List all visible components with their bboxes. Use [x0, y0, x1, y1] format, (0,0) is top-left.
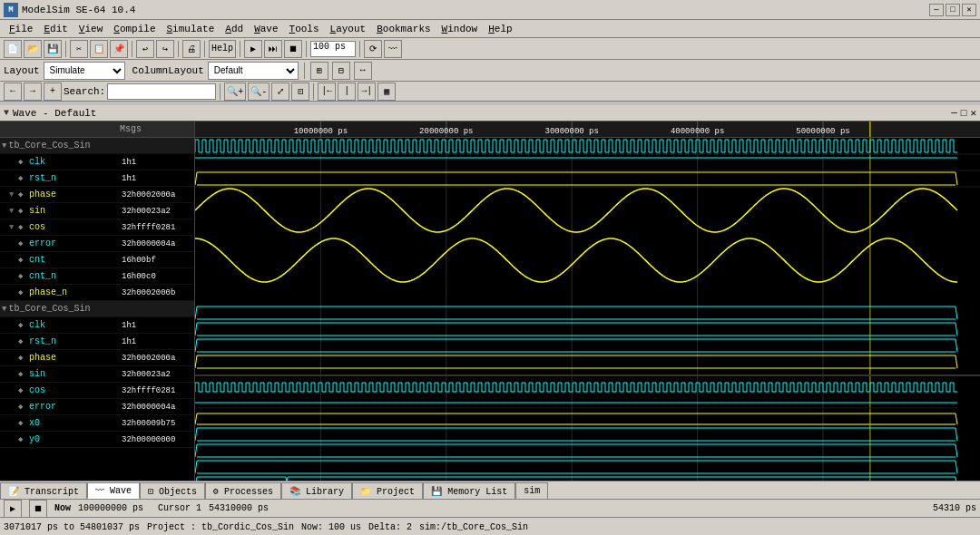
step-btn[interactable]: ⏭ [264, 40, 282, 58]
sep6 [306, 41, 307, 57]
save-btn[interactable]: 💾 [44, 40, 62, 58]
undo-btn[interactable]: ↩ [136, 40, 154, 58]
zoom-fit-btn[interactable]: ⊡ [291, 83, 309, 101]
sep7 [359, 41, 360, 57]
menu-bar: File Edit View Compile Simulate Add Wave… [0, 20, 980, 38]
open-btn[interactable]: 📂 [24, 40, 42, 58]
signal-row[interactable]: ◆ error 32h0000004a [0, 236, 194, 252]
range-text: 3071017 ps to 54801037 ps [4, 522, 140, 532]
status-bar: ▶ ⏹ Now 100000000 ps Cursor 1 54310000 p… [0, 499, 980, 535]
signal-row[interactable]: ▼ ◆ cos 32hffff0281 [0, 219, 194, 236]
signal-row[interactable]: ◆ cnt_n 16h00c0 [0, 268, 194, 285]
signal-row[interactable]: ▼ tb_Core_Cos_Sin [0, 138, 194, 154]
menu-tools[interactable]: Tools [284, 22, 325, 36]
cursor-btn3[interactable]: →| [358, 83, 376, 101]
column-dropdown[interactable]: Default [208, 62, 299, 80]
window-controls[interactable]: ─ □ ✕ [929, 4, 976, 16]
menu-edit[interactable]: Edit [38, 22, 73, 36]
status-row2: 3071017 ps to 54801037 ps Project : tb_C… [0, 518, 980, 535]
sep3 [178, 41, 179, 57]
cut-btn[interactable]: ✂ [70, 40, 88, 58]
tab-sim[interactable]: sim [515, 482, 548, 499]
tab-memory[interactable]: 💾 Memory List [423, 482, 515, 499]
wave-btn[interactable]: 〰 [384, 40, 402, 58]
menu-layout[interactable]: Layout [325, 22, 372, 36]
new-btn[interactable]: 📄 [4, 40, 22, 58]
time-input[interactable]: 100 ps [310, 41, 356, 57]
wave-window: ▼ Wave - Default ─ □ ✕ Msgs ▼ tb_Core_Co… [0, 105, 980, 482]
svg-text:40000000 ps: 40000000 ps [671, 127, 724, 136]
signal-row[interactable]: ◆ rst_n 1h1 [0, 170, 194, 187]
menu-help[interactable]: Help [483, 22, 517, 36]
signal-row[interactable]: ◆ cnt 16h00bf [0, 252, 194, 268]
status-row1: ▶ ⏹ Now 100000000 ps Cursor 1 54310000 p… [0, 500, 980, 518]
stop-btn[interactable]: ⏹ [284, 40, 302, 58]
zoom-in-btn[interactable]: 🔍+ [224, 83, 246, 101]
signal-row[interactable]: ▼ ◆ phase 32h0002000a [0, 187, 194, 203]
redo-btn[interactable]: ↪ [156, 40, 174, 58]
zoom-out-btn[interactable]: 🔍- [248, 83, 270, 101]
signal-row[interactable]: ◆ error 32h0000004a [0, 399, 194, 415]
copy-btn[interactable]: 📋 [90, 40, 108, 58]
menu-simulate[interactable]: Simulate [161, 22, 220, 36]
restart-btn[interactable]: ⟳ [364, 40, 382, 58]
app-title: ModelSim SE-64 10.4 [22, 5, 929, 15]
print-btn[interactable]: 🖨 [182, 40, 201, 58]
zoom-full-btn[interactable]: ⤢ [271, 83, 289, 101]
sep1 [65, 41, 66, 57]
signal-row[interactable]: ◆ phase_n 32h0002000b [0, 285, 194, 301]
wave-right-btn[interactable]: → [24, 83, 42, 101]
tab-project[interactable]: 📁 Project [352, 482, 423, 499]
close-button[interactable]: ✕ [962, 4, 976, 16]
signal-row[interactable]: ◆ phase 32h0002000a [0, 350, 194, 366]
signal-row[interactable]: ◆ rst_n 1h1 [0, 334, 194, 350]
signal-row[interactable]: ◆ clk 1h1 [0, 154, 194, 170]
menu-view[interactable]: View [74, 22, 108, 36]
wave-left-btn[interactable]: ← [4, 83, 22, 101]
tab-wave[interactable]: 〰 Wave [87, 482, 140, 499]
menu-window[interactable]: Window [436, 22, 484, 36]
wave-close-btn[interactable]: ✕ [970, 107, 976, 119]
cursor-btn2[interactable]: | [338, 83, 356, 101]
stop-btn2[interactable]: ⏹ [29, 500, 47, 518]
menu-file[interactable]: File [4, 22, 38, 36]
signal-row[interactable]: ◆ cos 32hffff0281 [0, 383, 194, 399]
layout-dropdown[interactable]: Simulate [44, 62, 125, 80]
search-input[interactable] [107, 83, 216, 100]
play-btn[interactable]: ▶ [4, 500, 22, 518]
tab-library[interactable]: 📚 Library [281, 482, 352, 499]
cursor-btn1[interactable]: |← [318, 83, 336, 101]
signal-row[interactable]: ◆ x0 32h00009b75 [0, 415, 194, 432]
help-btn[interactable]: Help [209, 40, 236, 58]
tab-objects[interactable]: ⊡ Objects [140, 482, 205, 499]
tab-transcript[interactable]: 📝 Transcript [0, 482, 87, 499]
signal-row[interactable]: ◆ clk 1h1 [0, 317, 194, 334]
menu-bookmarks[interactable]: Bookmarks [371, 22, 436, 36]
wave-min-btn[interactable]: ─ [951, 108, 957, 119]
project-text: Project : tb_Cordic_Cos_Sin [147, 522, 294, 532]
wave-zoom-btn[interactable]: + [44, 83, 62, 101]
menu-compile[interactable]: Compile [108, 22, 161, 36]
signal-row[interactable]: ◆ sin 32h00023a2 [0, 366, 194, 383]
run-btn[interactable]: ▶ [244, 40, 262, 58]
menu-add[interactable]: Add [220, 22, 249, 36]
maximize-button[interactable]: □ [946, 4, 960, 16]
wave-content: Msgs ▼ tb_Core_Cos_Sin ◆ clk 1h1 ◆ rst_n [0, 122, 980, 482]
cursor2-value: 54310 ps [933, 503, 976, 513]
signal-rows-container: ▼ tb_Core_Cos_Sin ◆ clk 1h1 ◆ rst_n 1h1▼ [0, 138, 194, 448]
layout-btn1[interactable]: ⊞ [310, 62, 328, 80]
waveform-area[interactable]: 10000000 ps 20000000 ps 30000000 ps 4000… [195, 122, 980, 482]
wave-max-btn[interactable]: □ [961, 108, 967, 119]
svg-text:10000000 ps: 10000000 ps [294, 127, 348, 136]
layout-btn3[interactable]: ↔ [354, 62, 372, 80]
marker-btn[interactable]: ▦ [377, 83, 396, 101]
layout-btn2[interactable]: ⊟ [332, 62, 350, 80]
signal-row[interactable]: ▼ tb_Core_Cos_Sin [0, 301, 194, 317]
menu-wave[interactable]: Wave [249, 22, 283, 36]
paste-btn[interactable]: 📌 [110, 40, 128, 58]
signal-row[interactable]: ◆ y0 32h00000000 [0, 432, 194, 448]
search-label: Search: [64, 86, 105, 97]
signal-row[interactable]: ▼ ◆ sin 32h00023a2 [0, 203, 194, 219]
minimize-button[interactable]: ─ [929, 4, 944, 16]
tab-processes[interactable]: ⚙ Processes [205, 482, 281, 499]
